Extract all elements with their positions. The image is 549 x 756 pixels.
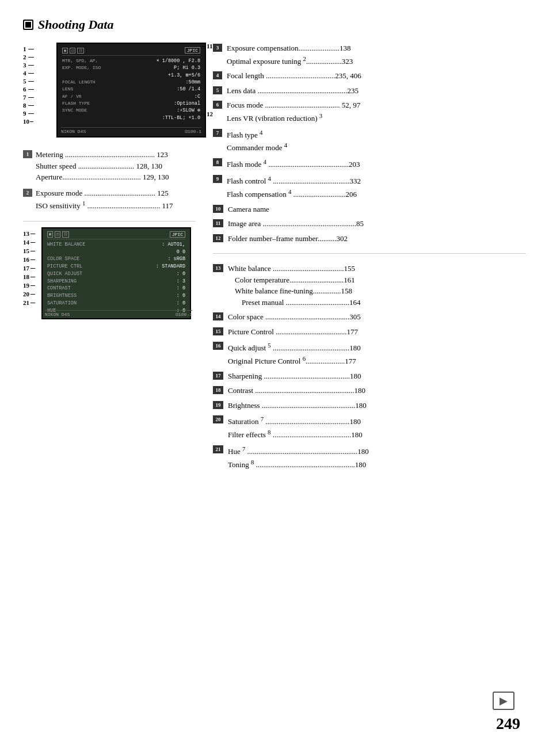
badge-16: 16 (213, 342, 223, 350)
camera-diagram-1: 1 2 3 4 5 (39, 43, 196, 138)
badge-4: 4 (213, 71, 222, 79)
entry-16: 16 Quick adjust 5 ......................… (213, 341, 526, 367)
num-11: 11 (201, 43, 213, 49)
badge-11: 11 (213, 219, 223, 227)
num-9-left: 9 (23, 109, 34, 117)
entry-9: 9 Flash control 4 ......................… (213, 174, 526, 200)
badge-10: 10 (213, 205, 223, 213)
badge-19: 19 (213, 401, 223, 409)
num-7-left: 7 (23, 93, 34, 101)
badge-12: 12 (213, 234, 223, 242)
title-text: Shooting Data (38, 17, 113, 32)
main-layout: 1 2 3 4 5 (23, 43, 526, 474)
cam2-top-bar: ▣ ◫ ☷ JPIC (47, 231, 185, 239)
entry-13: 13 White balance .......................… (213, 263, 526, 308)
page-number: 249 (496, 715, 520, 733)
num-6-left: 6 (23, 85, 34, 93)
badge-21: 21 (213, 445, 223, 453)
entry-11: 11 Image area ..........................… (213, 218, 526, 230)
badge-1: 1 (23, 150, 32, 158)
entry-7: 7 Flash type 4 Commander mode 4 (213, 128, 526, 154)
num-8-left: 8 (23, 101, 34, 109)
cam1-pic-label: JPIC (185, 47, 200, 54)
entry-2-line-1: Exposure mode ..........................… (36, 188, 173, 199)
num-2: 2 (23, 53, 34, 61)
right-num-labels: 11 12 (201, 43, 213, 117)
badge-17: 17 (213, 372, 223, 380)
badge-9: 9 (213, 175, 222, 183)
entry-10: 10 Camera name (213, 204, 526, 215)
entry-21: 21 Hue 7 ...............................… (213, 444, 526, 471)
entry-20: 20 Saturation 7 ........................… (213, 414, 526, 441)
badge-6: 6 (213, 101, 222, 109)
num-12: 12 (201, 110, 213, 117)
entry-8: 8 Flash mode 4 .........................… (213, 157, 526, 170)
entry-1-line-1: Metering ...............................… (36, 149, 169, 161)
badge-18: 18 (213, 386, 223, 394)
badge-20: 20 (213, 415, 223, 423)
cam1-bottom: NIKON D4S ⊡100-1 (61, 127, 201, 134)
entries-13-21: 13 White balance .......................… (213, 263, 526, 470)
left-num-labels: 1 2 3 4 5 (23, 45, 34, 125)
camera-screen-1: ▣ ◫ ☷ JPIC MTR, SPD, AP, ☀ 1/8000 , F2.8… (56, 43, 206, 138)
section-divider (23, 221, 196, 222)
badge-3: 3 (213, 44, 222, 52)
playback-icon: ▶ (493, 692, 514, 710)
entry-18: 18 Contrast ............................… (213, 385, 526, 396)
entry-14: 14 Color space .........................… (213, 311, 526, 323)
num-4-left: 4 (23, 69, 34, 77)
right-divider (213, 253, 526, 254)
right-column: 3 Exposure compensation.................… (213, 43, 526, 474)
entry-4: 4 Focal length .........................… (213, 70, 526, 82)
entry-17: 17 Sharpening ..........................… (213, 371, 526, 382)
badge-13: 13 (213, 264, 223, 272)
shooting-data-icon (23, 20, 33, 30)
num-10-left: 10 (23, 117, 34, 125)
entry-5: 5 Lens data ............................… (213, 85, 526, 97)
badge-5: 5 (213, 86, 222, 94)
entry-1-line-2: Shutter speed ..........................… (36, 161, 169, 172)
left-entries-section: 1 Metering .............................… (23, 149, 196, 212)
badge-8: 8 (213, 158, 222, 166)
entries-3-12: 3 Exposure compensation.................… (213, 43, 526, 244)
entry-19: 19 Brightness ..........................… (213, 400, 526, 411)
num-1: 1 (23, 45, 34, 53)
left-num-labels-2: 13 14 15 16 17 (23, 230, 35, 307)
badge-7: 7 (213, 129, 222, 137)
page-title: Shooting Data (23, 17, 526, 32)
badge-15: 15 (213, 327, 223, 335)
cam1-top-bar: ▣ ◫ ☷ JPIC (62, 47, 200, 56)
cam2-bottom: NIKON D4S ⊡100-1 (45, 310, 191, 317)
badge-14: 14 (213, 312, 223, 320)
entry-15: 15 Picture Control .....................… (213, 326, 526, 338)
entry-1-line-3: Aperture................................… (36, 171, 169, 183)
entry-2: 2 Exposure mode ........................… (23, 188, 196, 212)
entry-6: 6 Focus mode ...........................… (213, 100, 526, 124)
left-column: 1 2 3 4 5 (23, 43, 196, 329)
cam2-data: WHITE BALANCE : AUTO1, 0 0 COLOR SPACE :… (47, 241, 185, 315)
camera-diagram-2: 13 14 15 16 17 (41, 227, 196, 319)
num-3-left: 3 (23, 61, 34, 69)
entry-3: 3 Exposure compensation.................… (213, 43, 526, 67)
cam1-icons: ▣ ◫ ☷ (62, 48, 84, 54)
cam1-data: MTR, SPD, AP, ☀ 1/8000 , F2.8 EXP. MODE,… (62, 58, 200, 121)
entry-1: 1 Metering .............................… (23, 149, 196, 183)
badge-2: 2 (23, 189, 32, 197)
camera-screen-2: ▣ ◫ ☷ JPIC WHITE BALANCE : AUTO1, 0 0 (41, 227, 191, 319)
num-5-left: 5 (23, 77, 34, 85)
entry-2-line-2: ISO sensitivity 1 ......................… (36, 198, 173, 212)
entry-12: 12 Folder number–frame number..........3… (213, 233, 526, 245)
